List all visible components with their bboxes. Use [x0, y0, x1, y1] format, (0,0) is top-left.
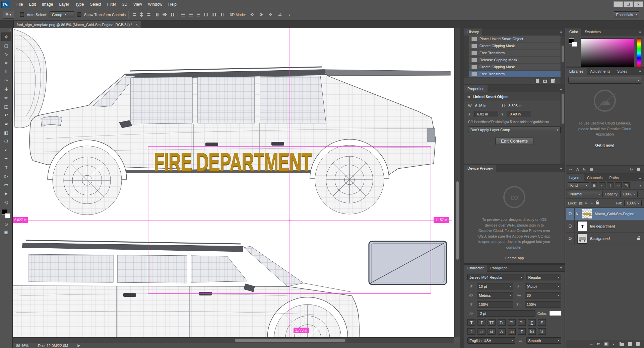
- panel-menu-icon[interactable]: ≡: [560, 87, 565, 91]
- panel-menu-icon[interactable]: ≡: [560, 166, 565, 170]
- filter-adjustment-layers-icon[interactable]: ◐: [599, 182, 605, 188]
- small-caps-button[interactable]: Tᴛ: [498, 319, 506, 326]
- layer-row[interactable]: ʘ Background: [566, 233, 644, 245]
- history-brush-tool[interactable]: ↶: [1, 111, 11, 119]
- align-top-edges-icon[interactable]: [155, 12, 159, 17]
- properties-scrollbar-thumb[interactable]: [562, 94, 564, 124]
- layer-style-icon[interactable]: fx: [597, 342, 600, 346]
- vertical-scale-field[interactable]: 100%: [477, 301, 513, 308]
- tab-adjustments[interactable]: Adjustments: [587, 68, 614, 75]
- menu-3d[interactable]: 3D: [119, 0, 130, 9]
- screen-mode-icon[interactable]: ▣: [1, 228, 11, 236]
- panel-menu-icon[interactable]: ≡: [560, 30, 565, 34]
- quick-mask-icon[interactable]: ⊙: [1, 220, 11, 228]
- history-source-checkbox[interactable]: [464, 35, 469, 42]
- layer-name[interactable]: Background: [590, 237, 610, 241]
- distribute-bottom-edges-icon[interactable]: [196, 12, 201, 17]
- menu-help[interactable]: Help: [165, 0, 180, 9]
- history-source-checkbox[interactable]: [464, 50, 469, 57]
- filter-type-layers-icon[interactable]: T: [607, 182, 614, 188]
- distribute-left-edges-icon[interactable]: [204, 12, 208, 17]
- kerning-dropdown[interactable]: Metrics▾: [477, 292, 513, 298]
- tab-channels[interactable]: Channels: [584, 174, 606, 181]
- dodge-tool[interactable]: ◐: [1, 146, 11, 154]
- add-layer-style-icon[interactable]: fx: [583, 167, 586, 171]
- roll-3d-icon[interactable]: ⟳: [258, 12, 265, 17]
- subscript-button[interactable]: T₁: [518, 319, 526, 326]
- layer-row[interactable]: ʘ T fire department: [566, 220, 644, 233]
- edit-contents-button[interactable]: Edit Contents: [495, 137, 533, 145]
- background-color-swatch[interactable]: [572, 42, 577, 47]
- distribute-vertical-centers-icon[interactable]: [188, 12, 193, 17]
- rectangular-marquee-tool[interactable]: ▢: [1, 41, 11, 50]
- get-the-app-link[interactable]: Get the app: [464, 256, 565, 260]
- new-layer-icon[interactable]: [628, 342, 632, 346]
- layer-name[interactable]: Macro_Gold-Sm-Engine: [595, 212, 634, 216]
- move-tool[interactable]: ✥: [1, 32, 11, 41]
- history-state[interactable]: Release Clipping Mask: [464, 57, 565, 64]
- align-vertical-centers-icon[interactable]: [163, 12, 167, 17]
- zoom-tool[interactable]: ◎: [1, 198, 11, 206]
- horizontal-scrollbar-thumb[interactable]: [235, 339, 345, 342]
- lock-all-icon[interactable]: [596, 202, 599, 204]
- fire-department-decal[interactable]: FIRE DEPARTMENT: [154, 148, 320, 176]
- layer-filter-type-dropdown[interactable]: Kind ▾: [568, 182, 589, 188]
- eraser-tool[interactable]: ▰: [1, 119, 11, 128]
- underline-button[interactable]: T: [528, 319, 536, 326]
- menu-type[interactable]: Type: [72, 0, 87, 9]
- menu-view[interactable]: View: [130, 0, 145, 9]
- gradient-tool[interactable]: ◧: [1, 128, 11, 137]
- language-dropdown[interactable]: English: USA▾: [467, 337, 515, 344]
- horizontal-scale-field[interactable]: 100%: [525, 301, 561, 308]
- hue-slider[interactable]: [637, 38, 641, 67]
- menu-edit[interactable]: Edit: [26, 0, 39, 9]
- panel-menu-icon[interactable]: ≡: [639, 69, 644, 73]
- filter-smart-object-layers-icon[interactable]: ◳: [623, 182, 630, 188]
- auto-select-checkbox[interactable]: ✓: [20, 12, 24, 17]
- font-family-dropdown[interactable]: Jersey M54 Regular▾: [467, 274, 524, 280]
- faux-italic-button[interactable]: T: [477, 319, 486, 326]
- path-selection-tool[interactable]: ▷: [1, 172, 11, 180]
- history-scrollbar-thumb[interactable]: [562, 46, 564, 62]
- background-layer-thumbnail[interactable]: [577, 234, 587, 244]
- orbit-3d-icon[interactable]: ⟲: [249, 12, 255, 17]
- history-source-checkbox[interactable]: [464, 71, 469, 78]
- panel-menu-icon[interactable]: ≡: [639, 30, 644, 34]
- history-source-checkbox[interactable]: [464, 57, 469, 64]
- layer-visibility-icon[interactable]: ʘ: [566, 208, 575, 220]
- font-style-dropdown[interactable]: Regular▾: [526, 274, 561, 280]
- layer-name[interactable]: fire department: [590, 224, 615, 228]
- fill-field[interactable]: 100% ▾: [624, 200, 642, 206]
- history-state[interactable]: Place Linked Smart Object: [464, 35, 565, 42]
- close-tab-icon[interactable]: ×: [135, 22, 138, 27]
- lock-pixels-icon[interactable]: ✏: [585, 201, 588, 205]
- x-field[interactable]: 6.02 in: [474, 111, 498, 117]
- lock-position-icon[interactable]: ✛: [590, 201, 593, 205]
- tab-layers[interactable]: Layers: [566, 174, 584, 181]
- new-group-icon[interactable]: [620, 343, 624, 346]
- swash-button[interactable]: A: [498, 328, 506, 335]
- leading-dropdown[interactable]: (Auto)▾: [525, 283, 561, 289]
- menu-window[interactable]: Window: [145, 0, 166, 9]
- ordinals-button[interactable]: 1st: [528, 328, 536, 335]
- add-layer-mask-icon[interactable]: [604, 342, 608, 346]
- type-tool[interactable]: T: [1, 163, 11, 172]
- layer-filter-toggle[interactable]: ◐: [639, 183, 642, 187]
- hand-tool[interactable]: ☛: [1, 189, 11, 198]
- opacity-field[interactable]: 100% ▾: [620, 191, 638, 197]
- delete-layer-icon[interactable]: [636, 342, 640, 346]
- zoom-level[interactable]: 86.46%: [16, 344, 28, 348]
- close-button[interactable]: ✕: [634, 1, 643, 7]
- fractions-button[interactable]: ½: [538, 328, 546, 335]
- slide-3d-icon[interactable]: ⇄: [277, 12, 283, 17]
- tab-libraries[interactable]: Libraries: [566, 68, 587, 75]
- align-horizontal-centers-icon[interactable]: [139, 12, 144, 17]
- discretionary-ligatures-button[interactable]: st: [488, 328, 496, 335]
- delete-library-item-icon[interactable]: [637, 168, 640, 171]
- baseline-shift-field[interactable]: -2 pt: [477, 310, 535, 317]
- minimize-button[interactable]: ‒: [614, 1, 623, 7]
- vertical-scrollbar[interactable]: [454, 28, 460, 337]
- pen-tool[interactable]: ✒: [1, 154, 11, 163]
- lock-transparency-icon[interactable]: ▨: [579, 201, 582, 205]
- menu-select[interactable]: Select: [87, 0, 104, 9]
